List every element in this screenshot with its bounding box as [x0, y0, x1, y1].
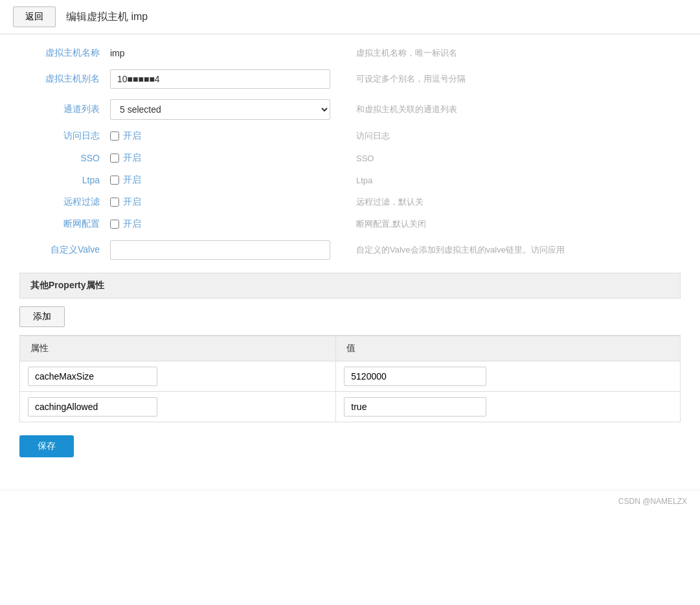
offline-checkbox-text: 开启 — [123, 218, 141, 230]
properties-table: 属性 值 — [19, 336, 681, 422]
hint-offline: 断网配置,默认关闭 — [356, 218, 426, 230]
form-row-ltpa: Ltpa 开启 Ltpa — [19, 174, 681, 186]
hint-alias: 可设定多个别名，用逗号分隔 — [356, 73, 466, 85]
table-header-row: 属性 值 — [20, 336, 681, 361]
prop-value-input[interactable] — [344, 367, 486, 386]
save-button[interactable]: 保存 — [19, 435, 74, 457]
channel-select[interactable]: 5 selected — [110, 99, 330, 120]
prop-key-cell — [20, 392, 336, 422]
form-row-alias: 虚拟主机别名 可设定多个别名，用逗号分隔 — [19, 69, 681, 89]
value-name: imp — [110, 48, 125, 58]
label-valve: 自定义Valve — [19, 244, 110, 256]
table-row — [20, 392, 681, 422]
form-row-remotefilter: 远程过滤 开启 远程过滤，默认关 — [19, 196, 681, 208]
back-button[interactable]: 返回 — [13, 6, 56, 27]
prop-value-cell — [336, 392, 681, 422]
alias-input[interactable] — [110, 69, 330, 89]
prop-value-input[interactable] — [344, 397, 486, 417]
hint-remotefilter: 远程过滤，默认关 — [356, 196, 423, 208]
valve-input[interactable] — [110, 240, 330, 260]
add-button-row: 添加 — [19, 299, 681, 336]
col-header-key: 属性 — [20, 336, 336, 361]
sso-checkbox-label[interactable]: 开启 — [110, 152, 330, 164]
form-row-accesslog: 访问日志 开启 访问日志 — [19, 130, 681, 142]
ltpa-checkbox-text: 开启 — [123, 174, 141, 186]
form-section: 虚拟主机名称 imp 虚拟主机名称，唯一标识名 虚拟主机别名 可设定多个别名，用… — [19, 47, 681, 260]
remotefilter-checkbox-label[interactable]: 开启 — [110, 196, 330, 208]
page-title: 编辑虚拟主机 imp — [66, 10, 148, 24]
hint-valve: 自定义的Valve会添加到虚拟主机的valve链里。访问应用 — [356, 244, 565, 256]
accesslog-checkbox[interactable] — [110, 131, 119, 141]
remotefilter-checkbox-text: 开启 — [123, 196, 141, 208]
accesslog-checkbox-label[interactable]: 开启 — [110, 130, 330, 142]
label-alias: 虚拟主机别名 — [19, 73, 110, 85]
label-accesslog: 访问日志 — [19, 130, 110, 142]
label-remotefilter: 远程过滤 — [19, 196, 110, 208]
offline-checkbox[interactable] — [110, 220, 119, 229]
form-row-valve: 自定义Valve 自定义的Valve会添加到虚拟主机的valve链里。访问应用 — [19, 240, 681, 260]
ltpa-checkbox[interactable] — [110, 176, 119, 185]
form-row-name: 虚拟主机名称 imp 虚拟主机名称，唯一标识名 — [19, 47, 681, 59]
main-content: 虚拟主机名称 imp 虚拟主机名称，唯一标识名 虚拟主机别名 可设定多个别名，用… — [0, 34, 700, 470]
col-header-value: 值 — [336, 336, 681, 361]
prop-key-cell — [20, 361, 336, 392]
ltpa-checkbox-label[interactable]: 开启 — [110, 174, 330, 186]
form-row-channel: 通道列表 5 selected 和虚拟主机关联的通道列表 — [19, 99, 681, 120]
remotefilter-checkbox[interactable] — [110, 198, 119, 207]
section-header: 其他Property属性 — [19, 273, 681, 299]
accesslog-checkbox-text: 开启 — [123, 130, 141, 142]
hint-sso: SSO — [356, 154, 374, 163]
header: 返回 编辑虚拟主机 imp — [0, 0, 700, 34]
hint-channel: 和虚拟主机关联的通道列表 — [356, 104, 457, 115]
sso-checkbox[interactable] — [110, 154, 119, 163]
label-sso: SSO — [19, 153, 110, 163]
properties-section: 其他Property属性 添加 属性 值 — [19, 273, 681, 457]
hint-ltpa: Ltpa — [356, 176, 372, 185]
label-channel: 通道列表 — [19, 104, 110, 115]
hint-accesslog: 访问日志 — [356, 130, 390, 142]
label-name: 虚拟主机名称 — [19, 47, 110, 59]
prop-key-input[interactable] — [28, 367, 157, 386]
label-ltpa: Ltpa — [19, 175, 110, 185]
table-row — [20, 361, 681, 392]
sso-checkbox-text: 开启 — [123, 152, 141, 164]
prop-key-input[interactable] — [28, 397, 157, 417]
form-row-offline: 断网配置 开启 断网配置,默认关闭 — [19, 218, 681, 230]
prop-value-cell — [336, 361, 681, 392]
form-row-sso: SSO 开启 SSO — [19, 152, 681, 164]
label-offline: 断网配置 — [19, 218, 110, 230]
offline-checkbox-label[interactable]: 开启 — [110, 218, 330, 230]
add-property-button[interactable]: 添加 — [19, 306, 65, 327]
footer: CSDN @NAMELZX — [0, 490, 700, 512]
hint-name: 虚拟主机名称，唯一标识名 — [356, 47, 457, 59]
